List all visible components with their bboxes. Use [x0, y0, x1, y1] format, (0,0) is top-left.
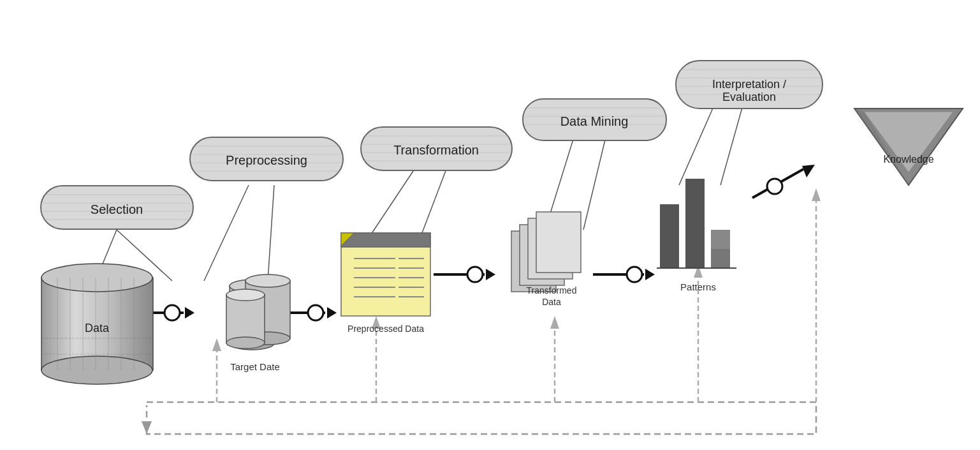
- svg-rect-22: [341, 233, 430, 247]
- svg-rect-38: [660, 204, 679, 268]
- svg-point-1: [41, 264, 152, 292]
- preprocessing-label: Preprocessing: [226, 153, 307, 167]
- knowledge-label: Knowledge: [883, 154, 933, 165]
- circle-5: [767, 179, 782, 194]
- transformation-pill: Transformation: [361, 127, 512, 170]
- transformed-data-stacks: Transformed Data: [511, 212, 581, 307]
- circle-3: [467, 267, 483, 282]
- preprocessed-data-doc: Preprocessed Data: [341, 233, 430, 334]
- data-label: Data: [85, 322, 110, 334]
- target-date-cylinders: Target Date: [226, 274, 290, 372]
- interpretation-line-1: [679, 105, 714, 185]
- circle-1: [165, 305, 180, 320]
- arrow-4-head: [645, 269, 655, 280]
- preprocessing-line-1: [204, 185, 249, 281]
- knowledge-triangle: Knowledge: [854, 109, 963, 185]
- preprocessing-line-2: [268, 185, 274, 281]
- kdd-diagram: Data Target Date: [0, 0, 980, 450]
- data-cylinder: Data: [41, 264, 153, 384]
- arrow-1-head: [185, 307, 194, 319]
- datamining-line-2: [583, 137, 606, 230]
- svg-rect-41: [711, 249, 730, 268]
- interpretation-label-1: Interpretation /: [712, 78, 786, 91]
- target-date-label: Target Date: [230, 361, 280, 372]
- svg-point-20: [226, 337, 265, 349]
- feedback-arrowhead: [142, 421, 152, 434]
- selection-label: Selection: [91, 202, 143, 216]
- svg-rect-37: [536, 212, 581, 273]
- circle-4: [627, 267, 642, 282]
- svg-rect-18: [226, 295, 265, 343]
- svg-point-2: [41, 356, 152, 384]
- arrow-5-head: [802, 165, 815, 177]
- data-mining-pill: Data Mining: [523, 99, 666, 140]
- svg-point-19: [226, 289, 265, 301]
- patterns-label: Patterns: [680, 281, 716, 292]
- arrow-3-head: [486, 269, 495, 280]
- interpretation-pill: Interpretation / Evaluation: [676, 61, 823, 109]
- selection-pill: Selection: [41, 186, 193, 229]
- transformed-data-label-2: Data: [542, 297, 561, 307]
- transformation-line-2: [421, 169, 446, 236]
- dashed-up-1-head: [212, 338, 221, 351]
- dashed-up-3-head: [550, 316, 559, 329]
- circle-2: [308, 305, 323, 320]
- dashed-up-5-head: [812, 188, 821, 201]
- preprocessing-pill: Preprocessing: [190, 137, 343, 181]
- arrow-2-head: [327, 307, 337, 319]
- transformation-label: Transformation: [393, 143, 479, 157]
- feedback-arrow-line: [147, 402, 816, 434]
- interpretation-line-2: [720, 105, 743, 185]
- data-mining-label: Data Mining: [560, 114, 629, 128]
- interpretation-label-2: Evaluation: [722, 91, 776, 103]
- svg-point-16: [245, 274, 290, 287]
- transformed-data-label: Transformed: [527, 285, 577, 296]
- preprocessed-data-label: Preprocessed Data: [347, 324, 424, 334]
- transformation-line-1: [370, 169, 414, 236]
- svg-rect-39: [685, 179, 705, 268]
